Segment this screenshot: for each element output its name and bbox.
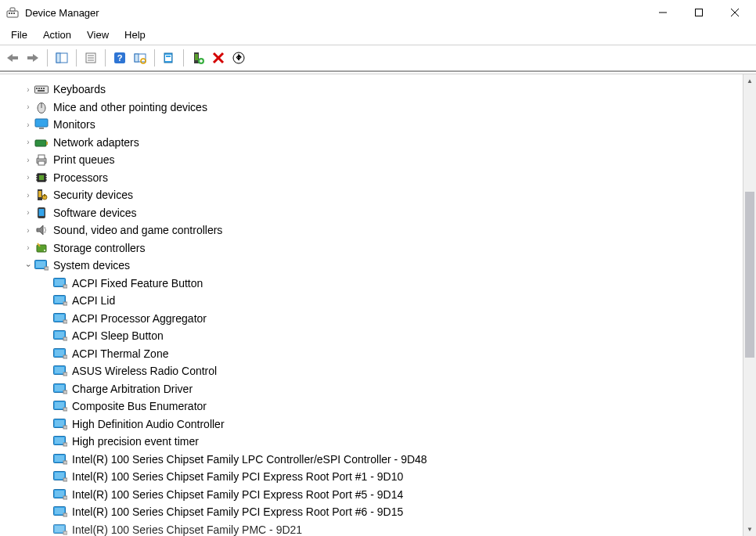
menu-action[interactable]: Action (35, 27, 79, 43)
tree-node-software[interactable]: › Software devices (0, 204, 742, 222)
collapse-icon[interactable]: › (24, 259, 33, 272)
tree-node-system-devices[interactable]: › System devices (0, 257, 742, 275)
maximize-button[interactable] (681, 1, 717, 24)
expand-icon[interactable]: › (22, 103, 34, 111)
tree-node-mice[interactable]: › Mice and other pointing devices (0, 99, 742, 117)
tree-node-intel-pci1[interactable]: Intel(R) 100 Series Chipset Family PCI E… (0, 468, 742, 486)
tree-node-keyboards[interactable]: › Keyboards (0, 81, 742, 99)
tree-label: ACPI Processor Aggregator (72, 312, 207, 325)
minimize-button[interactable] (645, 1, 681, 24)
tree-label: Charge Arbitration Driver (72, 383, 193, 395)
scroll-up-arrow-icon[interactable]: ▲ (743, 74, 756, 88)
tree-node-network[interactable]: › Network adapters (0, 134, 742, 152)
tree-node-intel-pmc[interactable]: Intel(R) 100 Series Chipset Family PMC -… (0, 521, 742, 537)
tree-node-acpi-fixed[interactable]: ACPI Fixed Feature Button (0, 275, 742, 293)
system-icon (53, 365, 67, 377)
tree-node-processors[interactable]: › Processors (0, 169, 742, 187)
properties-button[interactable] (81, 49, 100, 67)
cpu-icon (34, 171, 49, 184)
system-icon (53, 435, 67, 448)
tree-node-composite-bus[interactable]: Composite Bus Enumerator (0, 398, 742, 415)
tree-node-hpet[interactable]: High precision event timer (0, 433, 742, 451)
system-icon (53, 505, 67, 518)
vertical-scrollbar[interactable]: ▲ ▼ (743, 74, 756, 536)
device-tree[interactable]: › Keyboards › Mice and other pointing de… (0, 74, 742, 536)
back-button[interactable] (3, 49, 22, 67)
svg-rect-42 (43, 88, 45, 89)
svg-rect-62 (38, 191, 41, 197)
tree-node-intel-pci5[interactable]: Intel(R) 100 Series Chipset Family PCI E… (0, 486, 742, 504)
scroll-down-arrow-icon[interactable]: ▼ (743, 523, 756, 536)
tree-label: Intel(R) 100 Series Chipset Family PCI E… (72, 505, 403, 518)
expand-icon[interactable]: › (22, 191, 34, 200)
help-button[interactable]: ? (110, 49, 129, 67)
tree-node-sound[interactable]: › Sound, video and game controllers (0, 221, 742, 239)
menu-view[interactable]: View (79, 27, 117, 43)
svg-rect-1 (9, 13, 10, 14)
svg-rect-114 (63, 513, 67, 516)
tree-node-asus-radio[interactable]: ASUS Wireless Radio Control (0, 362, 742, 380)
tree-node-acpi-lid[interactable]: ACPI Lid (0, 292, 742, 310)
svg-rect-4 (10, 8, 15, 11)
expand-icon[interactable]: › (22, 85, 34, 94)
svg-rect-10 (13, 56, 18, 59)
tree-node-print-queues[interactable]: › Print queues (0, 151, 742, 169)
tree-node-storage[interactable]: › Storage controllers (0, 239, 742, 257)
expand-icon[interactable]: › (22, 208, 34, 217)
expand-icon[interactable]: › (22, 226, 34, 235)
svg-rect-3 (13, 13, 15, 14)
tree-node-intel-lpc[interactable]: Intel(R) 100 Series Chipset Family LPC C… (0, 451, 742, 469)
svg-marker-67 (37, 225, 43, 235)
tree-label: Intel(R) 100 Series Chipset Family LPC C… (72, 453, 427, 466)
tree-node-monitors[interactable]: › Monitors (0, 116, 742, 134)
tree-node-acpi-proc-agg[interactable]: ACPI Processor Aggregator (0, 310, 742, 328)
svg-rect-39 (36, 88, 38, 89)
tree-node-acpi-sleep[interactable]: ACPI Sleep Button (0, 327, 742, 345)
tree-label: Monitors (53, 118, 95, 131)
svg-text:?: ? (117, 53, 123, 63)
console-tree-button[interactable] (52, 49, 71, 67)
toolbar-separator (76, 49, 77, 67)
menu-help[interactable]: Help (117, 27, 153, 43)
expand-icon[interactable]: › (22, 173, 34, 182)
svg-rect-48 (35, 140, 46, 146)
add-legacy-button[interactable] (189, 49, 207, 67)
uninstall-button[interactable] (209, 49, 228, 67)
tree-label: ASUS Wireless Radio Control (72, 365, 217, 377)
expand-icon[interactable]: › (22, 138, 34, 146)
tree-node-charge-arb[interactable]: Charge Arbitration Driver (0, 380, 742, 398)
scroll-track[interactable] (743, 88, 756, 523)
svg-rect-47 (39, 128, 44, 129)
software-icon (34, 207, 49, 219)
system-icon (53, 329, 67, 342)
expand-icon[interactable]: › (22, 156, 34, 164)
svg-rect-37 (238, 56, 239, 60)
app-icon (6, 6, 19, 19)
expand-icon[interactable]: › (22, 121, 34, 129)
forward-button[interactable] (23, 49, 42, 67)
tree-node-intel-pci6[interactable]: Intel(R) 100 Series Chipset Family PCI E… (0, 503, 742, 521)
update-driver-button[interactable] (160, 49, 178, 67)
speaker-icon (34, 224, 49, 236)
tree-label: ACPI Thermal Zone (72, 347, 168, 360)
close-button[interactable] (717, 1, 753, 24)
svg-rect-22 (135, 54, 139, 62)
expand-icon[interactable]: › (22, 243, 34, 252)
svg-rect-43 (38, 90, 45, 92)
tree-label: ACPI Sleep Button (72, 329, 164, 342)
show-hidden-button[interactable] (229, 49, 248, 67)
svg-rect-96 (63, 408, 67, 411)
tree-label: High Definition Audio Controller (72, 418, 225, 430)
keyboard-icon (34, 83, 49, 95)
tree-label: System devices (53, 259, 130, 272)
menu-file[interactable]: File (3, 27, 35, 43)
tree-node-security[interactable]: › Security devices (0, 186, 742, 204)
scan-button[interactable] (131, 49, 149, 67)
tree-node-hd-audio[interactable]: High Definition Audio Controller (0, 415, 742, 433)
scroll-thumb[interactable] (745, 192, 754, 357)
tree-pane: › Keyboards › Mice and other pointing de… (0, 74, 756, 536)
svg-rect-81 (63, 320, 67, 323)
tree-label: Software devices (53, 207, 137, 219)
tree-node-acpi-thermal[interactable]: ACPI Thermal Zone (0, 345, 742, 363)
svg-rect-105 (63, 461, 67, 464)
